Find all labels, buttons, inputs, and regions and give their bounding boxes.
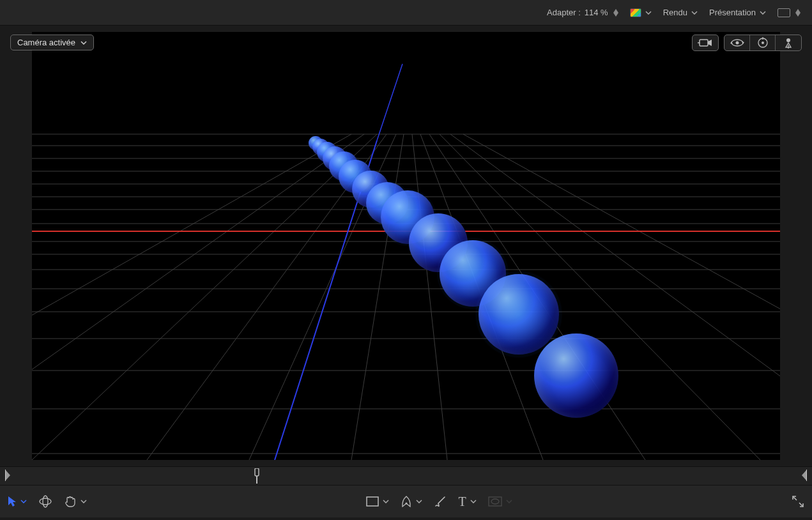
chevron-down-icon	[416, 500, 422, 503]
camera-frame-button[interactable]	[692, 34, 719, 51]
svg-point-44	[786, 38, 790, 42]
dolly-button[interactable]	[776, 35, 801, 50]
presentation-label: Présentation	[709, 8, 756, 17]
select-tool[interactable]	[8, 496, 27, 507]
text-tool[interactable]: T	[458, 494, 476, 509]
svg-line-22	[32, 134, 364, 460]
out-point-icon[interactable]	[801, 470, 807, 483]
bottom-toolbar: T	[0, 486, 812, 517]
svg-marker-53	[8, 496, 16, 507]
svg-marker-39	[730, 42, 733, 44]
svg-marker-35	[708, 40, 712, 46]
mask-icon	[488, 496, 502, 507]
chevron-down-icon	[645, 11, 652, 15]
zoom-value: 114 %	[585, 8, 608, 17]
svg-marker-51	[802, 470, 807, 481]
top-toolbar: Adapter : 114 % Rendu Présentation	[0, 0, 812, 26]
rotate3d-icon	[38, 495, 52, 508]
svg-marker-47	[5, 470, 10, 481]
svg-rect-34	[700, 40, 708, 46]
brush-tool[interactable]	[434, 495, 447, 508]
camera-icon	[698, 38, 713, 48]
svg-point-57	[406, 503, 408, 505]
presentation-dropdown[interactable]: Présentation	[709, 8, 766, 17]
chevron-down-icon	[383, 500, 389, 503]
svg-line-23	[32, 134, 377, 460]
svg-point-54	[40, 498, 51, 505]
in-point-icon[interactable]	[5, 470, 11, 483]
svg-point-38	[735, 42, 739, 45]
svg-rect-49	[255, 468, 259, 476]
pan-button[interactable]	[750, 35, 776, 50]
chevron-down-icon	[20, 500, 27, 503]
viewport: Caméra activée	[0, 26, 812, 466]
camera-label: Caméra activée	[17, 38, 75, 47]
fit-label: Adapter :	[547, 8, 581, 17]
svg-point-42	[762, 42, 764, 44]
svg-marker-3	[795, 13, 801, 17]
fit-zoom-control[interactable]: Adapter : 114 %	[547, 8, 618, 17]
hand-icon	[64, 495, 77, 508]
chevron-down-icon	[80, 41, 87, 45]
arrow-cursor-icon	[8, 496, 17, 507]
particle-sphere	[534, 333, 618, 418]
aspect-box-icon	[778, 8, 790, 17]
color-channel-dropdown[interactable]	[630, 8, 652, 17]
render-label: Rendu	[663, 8, 687, 17]
svg-marker-1	[613, 13, 618, 17]
render-dropdown[interactable]: Rendu	[663, 8, 698, 17]
chevron-down-icon	[760, 11, 766, 15]
svg-rect-56	[367, 497, 378, 506]
camera-dropdown[interactable]: Caméra activée	[10, 34, 94, 50]
svg-marker-40	[742, 42, 744, 44]
pen-icon	[401, 495, 412, 508]
brush-icon	[434, 495, 447, 508]
rotate3d-tool[interactable]	[38, 495, 52, 508]
svg-line-61	[799, 503, 802, 506]
nav-3d-cluster	[692, 34, 802, 51]
rectangle-icon	[366, 496, 379, 507]
svg-line-21	[32, 134, 351, 460]
svg-point-59	[491, 499, 499, 504]
orbit-button[interactable]	[724, 35, 750, 50]
grid-3d	[32, 32, 780, 460]
aspect-stepper-icon	[795, 9, 801, 17]
particle-sphere	[479, 274, 559, 355]
rectangle-tool[interactable]	[366, 496, 389, 507]
hand-tool[interactable]	[64, 495, 87, 508]
text-icon: T	[458, 494, 466, 509]
svg-line-60	[793, 497, 797, 500]
expand-icon	[792, 495, 804, 508]
mask-tool	[488, 496, 512, 507]
color-swatch-icon	[630, 8, 641, 17]
playhead[interactable]	[252, 468, 261, 486]
svg-point-55	[43, 496, 48, 507]
dolly-icon	[783, 37, 793, 49]
fullscreen-tool[interactable]	[792, 495, 804, 508]
pen-tool[interactable]	[401, 495, 422, 508]
chevron-down-icon	[506, 500, 512, 503]
svg-line-27	[412, 134, 447, 460]
svg-rect-58	[489, 497, 502, 506]
zoom-stepper-icon	[613, 9, 618, 17]
nav-3d-segment	[724, 34, 802, 51]
ruler[interactable]	[0, 466, 812, 486]
canvas-3d[interactable]	[32, 32, 780, 460]
chevron-down-icon	[691, 11, 698, 15]
pan-icon	[756, 37, 769, 49]
orbit-icon	[730, 37, 744, 49]
svg-line-33	[377, 64, 402, 141]
chevron-down-icon	[470, 500, 477, 503]
chevron-down-icon	[80, 500, 87, 503]
aspect-dropdown[interactable]	[778, 8, 801, 17]
